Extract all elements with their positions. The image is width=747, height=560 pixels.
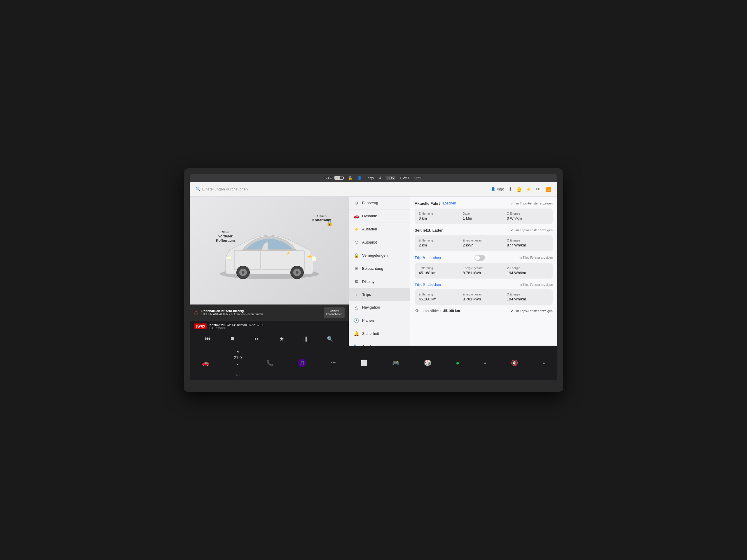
menu-label-navigation: Navigation xyxy=(362,305,380,310)
aktuelle-dauer-cell: Dauer 1 Min xyxy=(463,212,505,220)
apps1-icon: ⬜ xyxy=(360,359,368,366)
menu-item-planen[interactable]: 🕐 Planen xyxy=(349,314,410,327)
menu-item-aufladen[interactable]: ⚡ Aufladen xyxy=(349,223,410,236)
trip-a-energie-value: 194 Wh/km xyxy=(507,271,548,275)
seit-energie-label: Ø Energie xyxy=(507,239,548,242)
seit-energie-cell: Ø Energie 877 Wh/km xyxy=(507,239,548,247)
svg-point-6 xyxy=(295,271,299,274)
tesla-ui: 🔍 Einstellungen durchsuchen 👤 Ingo ⬇ 🔔 ⚡… xyxy=(190,182,557,380)
temp-right-arrow: ▸ xyxy=(237,362,239,366)
trip-a-entfernung-label: Entfernung xyxy=(419,267,460,270)
media-search-button[interactable]: 🔍 xyxy=(325,335,336,343)
media-equalizer-button[interactable]: ||| xyxy=(301,335,310,343)
alert-banner: ⚠ Reifendruck ist sehr niedrig SICHER AN… xyxy=(190,304,349,321)
taskbar-spotify[interactable]: ● xyxy=(452,358,463,368)
aktuelle-dauer-label: Dauer xyxy=(463,212,505,215)
menu-item-display[interactable]: 🖥 Display xyxy=(349,275,410,288)
seit-energie-ges-label: Energie gesamt xyxy=(463,239,505,242)
aktuelle-fahrt-header: Aktuelle Fahrt Löschen ✓ Im Trips-Fenste… xyxy=(415,201,553,206)
menu-item-fahrzeug[interactable]: ⊙ Fahrzeug xyxy=(349,196,410,210)
vol-right-arrow: ▸ xyxy=(543,360,545,366)
middle-panel: ⊙ Fahrzeug 🚗 Dynamik ⚡ Aufladen ◎ Autopi… xyxy=(349,196,410,346)
aktuelle-fahrt-show-label: Im Trips-Fenster anzeigen xyxy=(515,202,553,205)
km-checkmark: ✓ xyxy=(511,309,514,313)
seit-laden-show[interactable]: ✓ Im Trips-Fenster anzeigen xyxy=(511,228,553,233)
radio-bar: SWR3 Kontakt zu SWR3: Telefon 07221-2011… xyxy=(190,321,349,332)
media-stop-button[interactable]: ⏹ xyxy=(228,335,237,343)
trip-b-card: Entfernung 45.168 km Energie gesamt 8.78… xyxy=(415,289,553,305)
taskbar-climate[interactable]: ◂ 21.0 ▸ ⊙⊙ xyxy=(230,348,245,378)
status-user: Ingo xyxy=(366,176,374,180)
taskbar-music[interactable]: 🎵 xyxy=(295,357,310,368)
phone-icon: 📞 xyxy=(266,359,274,366)
aktuelle-energie-cell: Ø Energie 0 Wh/km xyxy=(507,212,548,220)
radio-title: Kontakt zu SWR3: Telefon 07221-2011 xyxy=(209,323,344,327)
alert-title: Reifendruck ist sehr niedrig xyxy=(201,309,321,313)
taskbar-phone[interactable]: 📞 xyxy=(263,358,277,368)
seit-energie-ges-cell: Energie gesamt 2 kWh xyxy=(463,239,505,247)
aktuelle-fahrt-delete[interactable]: Löschen xyxy=(443,201,456,205)
menu-label-dynamik: Dynamik xyxy=(362,214,377,218)
trip-b-entfernung-label: Entfernung xyxy=(419,293,460,296)
taskbar-apps1[interactable]: ⬜ xyxy=(357,358,371,368)
trip-b-delete[interactable]: Löschen xyxy=(428,283,441,287)
menu-item-navigation[interactable]: △ Navigation xyxy=(349,301,410,314)
temp-mode-icons: ⊙⊙ xyxy=(235,374,240,377)
menu-item-dynamik[interactable]: 🚗 Dynamik xyxy=(349,210,410,223)
menu-item-service[interactable]: 🔧 Service xyxy=(349,340,410,346)
aktuelle-fahrt-card: Entfernung 0 km Dauer 1 Min Ø Energie 0 … xyxy=(415,209,553,224)
seit-entfernung-value: 2 km xyxy=(419,243,460,247)
km-label: Kilometerzähler : xyxy=(415,309,441,313)
topbar-username: Ingo xyxy=(497,187,504,191)
time-display: 16:27 xyxy=(400,176,409,180)
trip-b-energie-label: Ø Energie xyxy=(507,293,548,296)
seit-laden-header: Seit letzt. Laden ✓ Im Trips-Fenster anz… xyxy=(415,228,553,233)
music-icon: 🎵 xyxy=(298,359,306,367)
aktuelle-fahrt-section: Aktuelle Fahrt Löschen ✓ Im Trips-Fenste… xyxy=(415,201,553,224)
main-content: Öffnen Kofferraum Öffnen Vorderer Koffer… xyxy=(190,196,557,346)
media-prev-button[interactable]: ⏮ xyxy=(203,335,213,343)
menu-item-sicherheit[interactable]: 🔔 Sicherheit xyxy=(349,327,410,340)
laptop-frame: 68 % 🔒 👤 Ingo ⬇ SOS 16:27 12°C 🔍 Einstel… xyxy=(184,168,563,392)
taskbar-vol-right[interactable]: ▸ xyxy=(539,359,548,367)
menu-item-verriegelungen[interactable]: 🔒 Verriegelungen xyxy=(349,249,410,262)
taskbar-car[interactable]: 🚗 xyxy=(199,358,213,368)
trip-a-toggle[interactable] xyxy=(474,255,485,261)
taskbar-apps2[interactable]: 🎮 xyxy=(389,358,403,368)
taskbar-apps3[interactable]: 🎲 xyxy=(420,358,435,368)
taskbar-vol-left[interactable]: ◂ xyxy=(480,359,490,367)
alert-warning-icon: ⚠ xyxy=(194,310,199,316)
trip-a-entfernung-cell: Entfernung 45.168 km xyxy=(419,267,460,275)
trips-icon: ↕ xyxy=(353,292,359,297)
taskbar-volume[interactable]: 🔇 xyxy=(508,358,522,368)
radio-info: Kontakt zu SWR3: Telefon 07221-2011 DAB … xyxy=(209,323,344,330)
km-show[interactable]: ✓ Im Trips-Fenster anzeigen xyxy=(511,309,553,313)
battery-bar xyxy=(334,176,343,180)
trip-b-header: Trip B Löschen Im Trips-Fenster anzeigen xyxy=(415,283,553,287)
svg-point-3 xyxy=(241,271,244,274)
menu-item-trips[interactable]: ↕ Trips xyxy=(349,288,410,301)
menu-item-beleuchtung[interactable]: ☀ Beleuchtung xyxy=(349,262,410,275)
aktuelle-fahrt-show[interactable]: ✓ Im Trips-Fenster anzeigen xyxy=(511,201,553,206)
seit-entfernung-cell: Entfernung 2 km xyxy=(419,239,460,247)
trip-b-label[interactable]: Trip B xyxy=(415,283,426,287)
alert-more-info-button[interactable]: Weitere Informationen xyxy=(324,308,344,318)
menu-label-verriegelungen: Verriegelungen xyxy=(362,253,387,258)
aktuelle-entfernung-label: Entfernung xyxy=(419,212,460,215)
km-value: 45.168 km xyxy=(443,309,460,313)
trip-a-label[interactable]: Trip A xyxy=(415,256,425,260)
radio-subtitle: DAB SWR3 xyxy=(209,327,344,330)
media-favorite-button[interactable]: ★ xyxy=(277,335,286,343)
navigation-icon: △ xyxy=(353,305,359,310)
battery-indicator: 68 % xyxy=(325,176,343,180)
battery-fill xyxy=(335,177,340,179)
media-next-button[interactable]: ⏭ xyxy=(252,335,262,343)
km-show-label: Im Trips-Fenster anzeigen xyxy=(515,309,553,313)
trip-a-delete[interactable]: Löschen xyxy=(428,256,441,260)
taskbar-dots[interactable]: ••• xyxy=(327,359,339,367)
search-area[interactable]: 🔍 Einstellungen durchsuchen xyxy=(196,187,487,191)
trip-b-energie-ges-cell: Energie gesamt 8.781 kWh xyxy=(463,293,505,301)
menu-item-autopilot[interactable]: ◎ Autopilot xyxy=(349,236,410,249)
seit-laden-title: Seit letzt. Laden xyxy=(415,228,443,233)
topbar-bluetooth-icon: ⚡ xyxy=(526,186,532,192)
